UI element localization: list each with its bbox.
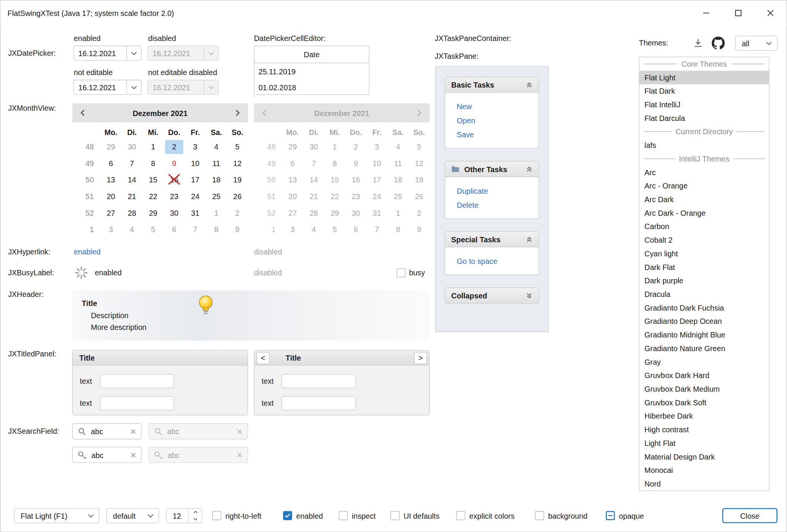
- day-cell[interactable]: 27: [101, 205, 122, 221]
- day-cell[interactable]: 24: [185, 188, 206, 205]
- day-cell[interactable]: 6: [101, 155, 122, 172]
- theme-item-gradianto-dark-fuchsia[interactable]: Gradianto Dark Fuchsia: [639, 301, 769, 315]
- chevron-double-down-icon[interactable]: [526, 292, 532, 298]
- theme-item-cobalt-2[interactable]: Cobalt 2: [639, 233, 769, 247]
- day-cell[interactable]: 23: [164, 188, 185, 205]
- checkbox-box[interactable]: [606, 511, 615, 520]
- day-cell[interactable]: 13: [101, 171, 122, 188]
- checkbox-box[interactable]: [339, 511, 348, 520]
- theme-item-arc-dark-orange[interactable]: Arc Dark - Orange: [639, 206, 769, 220]
- day-cell[interactable]: 11: [206, 155, 227, 172]
- taskpane-header-collapsed[interactable]: Collapsed: [445, 287, 539, 303]
- search-field-enabled[interactable]: abc: [72, 423, 142, 439]
- taskpane-link-delete[interactable]: Delete: [457, 198, 539, 212]
- github-button[interactable]: [712, 37, 725, 51]
- minimize-button[interactable]: [690, 0, 722, 25]
- theme-item-dark-flat[interactable]: Dark Flat: [639, 260, 769, 274]
- clear-icon[interactable]: [131, 452, 136, 458]
- theme-item-cyan-light[interactable]: Cyan light: [639, 247, 769, 261]
- day-cell[interactable]: 29: [143, 205, 164, 221]
- day-cell[interactable]: 1: [143, 138, 164, 155]
- day-cell[interactable]: 6: [164, 221, 185, 238]
- day-cell[interactable]: 26: [227, 188, 248, 205]
- close-button[interactable]: Close: [722, 508, 777, 523]
- download-themes-button[interactable]: [693, 38, 704, 50]
- search-input[interactable]: abc: [91, 427, 126, 435]
- day-cell[interactable]: 30: [164, 205, 185, 221]
- datepicker-value[interactable]: 16.12.2021: [74, 46, 126, 60]
- titled-panel-left-button[interactable]: <: [257, 352, 269, 364]
- font-size-spinner[interactable]: 12: [166, 508, 202, 523]
- laf-combo[interactable]: Flat Light (F1): [14, 508, 99, 523]
- checkbox-box[interactable]: [212, 511, 222, 520]
- checkbox-box[interactable]: [283, 511, 292, 520]
- taskpane-header-other-tasks[interactable]: Other Tasks: [445, 161, 539, 177]
- day-cell[interactable]: 28: [121, 205, 143, 221]
- theme-item-lafs[interactable]: lafs: [639, 138, 769, 152]
- maximize-button[interactable]: [722, 0, 754, 25]
- day-cell[interactable]: 4: [206, 138, 227, 155]
- day-cell[interactable]: 5: [143, 221, 164, 238]
- theme-item-gray[interactable]: Gray: [639, 355, 769, 369]
- text-input[interactable]: [100, 396, 174, 410]
- day-cell[interactable]: 21: [121, 188, 143, 205]
- text-input[interactable]: [282, 396, 356, 410]
- theme-item-monocai[interactable]: Monocai: [639, 463, 769, 477]
- theme-item-gradianto-midnight-blue[interactable]: Gradianto Midnight Blue: [639, 328, 769, 342]
- day-cell-unselectable[interactable]: 16: [164, 171, 185, 188]
- theme-item-carbon[interactable]: Carbon: [639, 220, 769, 233]
- taskpane-link-save[interactable]: Save: [457, 127, 539, 141]
- day-cell[interactable]: 3: [101, 221, 122, 238]
- day-cell[interactable]: 30: [121, 138, 143, 155]
- day-cell[interactable]: 4: [121, 221, 143, 238]
- text-input[interactable]: [282, 374, 356, 388]
- theme-item-gradianto-deep-ocean[interactable]: Gradianto Deep Ocean: [639, 314, 769, 328]
- day-cell[interactable]: 25: [206, 188, 227, 205]
- spinner-up-icon[interactable]: [189, 508, 201, 516]
- prev-month-button[interactable]: [80, 109, 85, 116]
- table-column-header[interactable]: Date: [255, 46, 369, 63]
- text-input[interactable]: [100, 374, 174, 388]
- day-cell[interactable]: 22: [143, 188, 164, 205]
- taskpane-link-duplicate[interactable]: Duplicate: [457, 184, 539, 198]
- search-dropdown-icon[interactable]: [78, 450, 87, 459]
- theme-item-gruvbox-dark-soft[interactable]: Gruvbox Dark Soft: [639, 396, 769, 410]
- theme-item-flat-darcula[interactable]: Flat Darcula: [639, 111, 769, 125]
- day-cell[interactable]: 7: [185, 221, 206, 238]
- checkbox-enabled[interactable]: enabled: [283, 508, 323, 523]
- checkbox-box[interactable]: [535, 511, 544, 520]
- day-cell[interactable]: 1: [206, 205, 227, 221]
- theme-list[interactable]: Core ThemesFlat LightFlat DarkFlat Intel…: [639, 56, 770, 491]
- monthview-enabled[interactable]: Dezember 2021Mo.Di.Mi.Do.Fr.Sa.So.482930…: [72, 103, 248, 240]
- day-cell[interactable]: 8: [143, 155, 164, 172]
- day-cell[interactable]: 9: [227, 221, 248, 238]
- day-cell[interactable]: 10: [185, 155, 206, 172]
- titled-panel-right-button[interactable]: >: [414, 352, 427, 364]
- theme-item-material-design-dark[interactable]: Material Design Dark: [639, 450, 769, 463]
- theme-item-nord[interactable]: Nord: [639, 477, 769, 491]
- day-cell[interactable]: 8: [206, 221, 227, 238]
- day-cell[interactable]: 12: [227, 155, 248, 172]
- datepicker-dropdown-button[interactable]: [126, 80, 141, 94]
- checkbox-right-to-left[interactable]: right-to-left: [212, 508, 261, 523]
- day-cell[interactable]: 15: [143, 171, 164, 188]
- day-cell[interactable]: 29: [101, 138, 122, 155]
- datepicker-not-editable[interactable]: 16.12.2021: [73, 80, 142, 95]
- spinner-down-icon[interactable]: [189, 516, 201, 523]
- datepicker-enabled[interactable]: 16.12.2021: [73, 46, 142, 61]
- theme-item-flat-intellij[interactable]: Flat IntelliJ: [639, 98, 769, 111]
- checkbox-box[interactable]: [390, 511, 400, 520]
- day-cell[interactable]: 31: [185, 205, 206, 221]
- checkbox-ui-defaults[interactable]: UI defaults: [390, 508, 439, 523]
- day-cell[interactable]: 2: [227, 205, 248, 221]
- theme-item-flat-dark[interactable]: Flat Dark: [639, 84, 769, 98]
- checkbox-box[interactable]: [456, 511, 465, 520]
- theme-item-gruvbox-dark-medium[interactable]: Gruvbox Dark Medium: [639, 382, 769, 396]
- taskpane-header-special-tasks[interactable]: Special Tasks: [445, 231, 539, 247]
- search-field-dropdown-enabled[interactable]: abc: [72, 447, 142, 463]
- checkbox-inspect[interactable]: inspect: [339, 508, 376, 523]
- day-cell[interactable]: 17: [185, 171, 206, 188]
- theme-item-arc-dark[interactable]: Arc Dark: [639, 193, 769, 206]
- day-cell[interactable]: 14: [121, 171, 143, 188]
- day-cell-selected[interactable]: 2: [164, 138, 185, 155]
